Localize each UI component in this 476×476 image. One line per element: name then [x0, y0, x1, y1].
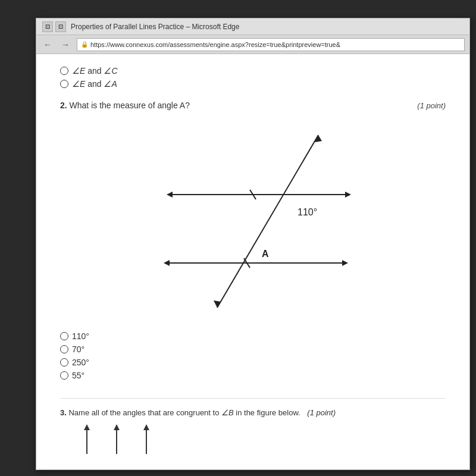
shaft-2: [116, 430, 117, 454]
forward-button[interactable]: →: [59, 38, 72, 51]
arrow-1: [84, 424, 90, 454]
question-3: 3. Name all of the angles that are congr…: [60, 398, 446, 454]
radio-button[interactable]: [60, 371, 68, 380]
list-item: 55°: [60, 371, 446, 380]
radio-button[interactable]: [60, 358, 68, 367]
choice-label: 110°: [72, 331, 89, 341]
choice-label: ∠E and ∠C: [72, 66, 118, 76]
answer-choices-q2: 110° 70° 250° 55°: [60, 331, 446, 380]
left-arrow-lower: [164, 260, 170, 266]
question-text: 2. What is the measure of angle A?: [60, 101, 190, 110]
geometry-diagram: 110° A: [134, 117, 372, 320]
top-answer-choices: ∠E and ∠C ∠E and ∠A: [60, 66, 446, 89]
right-arrow-lower: [342, 260, 348, 266]
arrow-3: [143, 424, 149, 454]
list-item: 70°: [60, 345, 446, 354]
list-item: 250°: [60, 358, 446, 367]
list-item: 110°: [60, 331, 446, 341]
question-number: 2.: [60, 101, 67, 110]
address-bar[interactable]: 🔒 https://www.connexus.com/assessments/e…: [77, 38, 465, 51]
title-bar: ⊡ ⊡ Properties of Parallel Lines Practic…: [36, 18, 469, 35]
point-label: (1 point): [417, 101, 446, 110]
back-button[interactable]: ←: [41, 38, 54, 51]
arrowhead-1: [84, 424, 90, 430]
choice-label: 70°: [72, 345, 84, 354]
browser-title: Properties of Parallel Lines Practice – …: [71, 23, 464, 31]
question-header: 2. What is the measure of angle A? (1 po…: [60, 101, 446, 110]
question-3-number: 3.: [60, 408, 67, 417]
vertex-label: A: [262, 249, 269, 259]
list-item: ∠E and ∠C: [60, 66, 446, 76]
radio-button[interactable]: [60, 332, 68, 340]
shaft-1: [86, 430, 87, 454]
radio-button[interactable]: [60, 67, 68, 75]
choice-label: 250°: [72, 358, 89, 367]
left-arrow-upper: [167, 192, 173, 198]
arrows-row: [60, 424, 446, 454]
tab-icon-2: ⊡: [55, 21, 66, 32]
svg-line-3: [217, 135, 318, 308]
right-arrow-upper: [345, 192, 351, 198]
question-2: 2. What is the measure of angle A? (1 po…: [60, 101, 446, 380]
arrowhead-3: [143, 424, 149, 430]
question-3-body: Name all of the angles that are congruen…: [68, 408, 300, 417]
question-body: What is the measure of angle A?: [70, 101, 190, 110]
arrow-2: [114, 424, 120, 454]
choice-label: ∠E and ∠A: [72, 79, 117, 89]
lock-icon: 🔒: [81, 41, 88, 48]
question-3-text: 3. Name all of the angles that are congr…: [60, 408, 336, 417]
diagram-svg: 110° A: [134, 117, 372, 320]
question-3-points: (1 point): [307, 408, 336, 417]
angle-label: 110°: [298, 207, 317, 217]
url-text: https://www.connexus.com/assessments/eng…: [90, 41, 340, 48]
radio-button[interactable]: [60, 80, 68, 88]
title-bar-icons: ⊡ ⊡: [42, 21, 66, 32]
page-content: ∠E and ∠C ∠E and ∠A 2. What is the measu…: [36, 54, 469, 469]
browser-window: ⊡ ⊡ Properties of Parallel Lines Practic…: [36, 18, 470, 470]
radio-button[interactable]: [60, 345, 68, 353]
shaft-3: [146, 430, 147, 454]
tab-icon-1: ⊡: [42, 21, 53, 32]
nav-bar: ← → 🔒 https://www.connexus.com/assessmen…: [36, 35, 469, 54]
arrowhead-2: [114, 424, 120, 430]
list-item: ∠E and ∠A: [60, 79, 446, 89]
choice-label: 55°: [72, 371, 84, 380]
